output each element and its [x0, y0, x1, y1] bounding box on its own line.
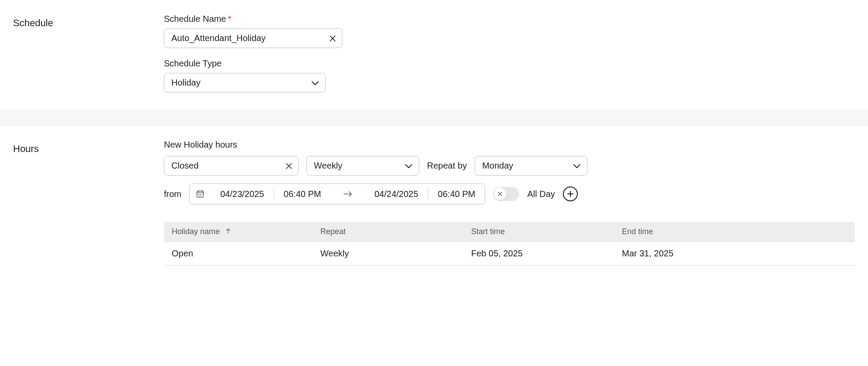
calendar-icon[interactable]: [190, 190, 211, 198]
hours-section: Hours New Holiday hours Weekly Repeat by…: [0, 126, 868, 283]
hours-section-label: Hours: [13, 140, 164, 266]
add-hours-button[interactable]: [563, 186, 578, 201]
th-holiday-name[interactable]: Holiday name: [164, 227, 312, 236]
schedule-name-input-wrapper: [164, 28, 342, 48]
schedule-type-field: Schedule Type Holiday: [164, 59, 855, 93]
chevron-down-icon: [573, 163, 581, 169]
chevron-down-icon: [405, 163, 413, 169]
svg-point-8: [200, 195, 201, 196]
holiday-name-input[interactable]: [164, 156, 299, 176]
th-repeat[interactable]: Repeat: [312, 227, 463, 236]
svg-point-6: [201, 194, 202, 195]
repeat-by-label: Repeat by: [427, 161, 467, 171]
schedule-type-label: Schedule Type: [164, 59, 855, 69]
schedule-section-label: Schedule: [13, 14, 164, 93]
close-icon: [329, 35, 336, 42]
svg-point-7: [198, 195, 199, 196]
holiday-table: Holiday name Repeat Start time End time …: [164, 222, 855, 266]
clear-holiday-name-button[interactable]: [285, 162, 293, 170]
svg-point-5: [200, 194, 201, 195]
end-time-input[interactable]: 06:40 PM: [428, 184, 485, 204]
th-repeat-text: Repeat: [320, 227, 346, 236]
repeat-day-value: Monday: [475, 156, 534, 175]
td-repeat: Weekly: [312, 249, 463, 259]
arrow-right-icon: [331, 191, 365, 197]
table-header: Holiday name Repeat Start time End time: [164, 222, 855, 242]
repeat-value: Weekly: [307, 156, 363, 175]
all-day-toggle[interactable]: [493, 187, 519, 201]
hours-row-2: from 04/23/2025 06:40 PM 04/24/2025 06:4…: [164, 183, 855, 204]
from-label: from: [164, 189, 181, 199]
table-row[interactable]: Open Weekly Feb 05, 2025 Mar 31, 2025: [164, 242, 855, 266]
toggle-knob: [494, 188, 506, 200]
schedule-name-label-text: Schedule Name: [164, 14, 226, 24]
plus-icon: [567, 190, 574, 197]
schedule-name-input[interactable]: [164, 28, 342, 48]
holiday-name-input-wrapper: [164, 156, 299, 176]
all-day-label: All Day: [527, 189, 555, 199]
th-start-time[interactable]: Start time: [463, 227, 614, 236]
hours-subheading: New Holiday hours: [164, 140, 855, 150]
th-start-text: Start time: [471, 227, 505, 236]
schedule-name-field: Schedule Name*: [164, 14, 855, 48]
schedule-type-value: Holiday: [164, 73, 222, 92]
schedule-section-body: Schedule Name* Schedule Type Holiday: [164, 14, 855, 93]
schedule-name-label: Schedule Name*: [164, 14, 855, 24]
required-asterisk: *: [228, 14, 231, 24]
repeat-day-select[interactable]: Monday: [475, 156, 587, 176]
repeat-select[interactable]: Weekly: [306, 156, 419, 176]
end-date-input[interactable]: 04/24/2025: [365, 184, 428, 204]
close-icon: [285, 162, 292, 169]
hours-row-1: Weekly Repeat by Monday: [164, 156, 855, 176]
hours-section-body: New Holiday hours Weekly Repeat by Monda…: [164, 140, 855, 266]
start-time-input[interactable]: 06:40 PM: [274, 184, 331, 204]
td-end-time: Mar 31, 2025: [614, 249, 855, 259]
sort-ascending-icon: [226, 228, 231, 234]
td-holiday-name: Open: [164, 249, 312, 259]
schedule-section: Schedule Schedule Name* Schedule Type Ho…: [0, 0, 868, 110]
chevron-down-icon: [311, 80, 319, 86]
datetime-range: 04/23/2025 06:40 PM 04/24/2025 06:40 PM: [189, 183, 485, 204]
close-icon: [497, 191, 503, 197]
th-end-text: End time: [622, 227, 653, 236]
td-start-time: Feb 05, 2025: [463, 249, 614, 259]
th-end-time[interactable]: End time: [614, 227, 855, 236]
th-holiday-name-text: Holiday name: [172, 227, 220, 236]
clear-schedule-name-button[interactable]: [328, 34, 337, 43]
schedule-type-select[interactable]: Holiday: [164, 73, 326, 93]
start-date-input[interactable]: 04/23/2025: [211, 184, 274, 204]
svg-point-4: [198, 194, 199, 195]
section-divider: [0, 110, 868, 126]
